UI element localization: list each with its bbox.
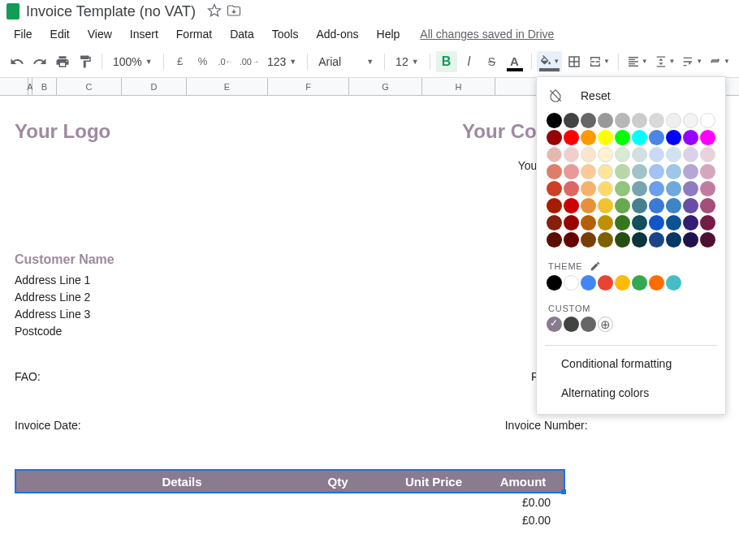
borders-button[interactable]: [564, 51, 585, 72]
menu-view[interactable]: View: [80, 24, 119, 44]
color-swatch[interactable]: [564, 164, 579, 179]
color-swatch[interactable]: [666, 215, 681, 230]
theme-color-swatch[interactable]: [666, 275, 681, 291]
theme-color-swatch[interactable]: [649, 275, 664, 291]
color-swatch[interactable]: [615, 130, 630, 145]
color-swatch[interactable]: [683, 198, 698, 213]
decrease-decimal-button[interactable]: .0←: [215, 51, 236, 72]
print-button[interactable]: [52, 51, 73, 72]
fill-color-button[interactable]: ▼: [537, 51, 562, 72]
theme-color-swatch[interactable]: [598, 275, 613, 291]
column-header-b[interactable]: B: [32, 78, 57, 95]
color-swatch[interactable]: [564, 147, 579, 162]
color-swatch[interactable]: [547, 147, 562, 162]
color-swatch[interactable]: [666, 198, 681, 213]
font-size-dropdown[interactable]: 12▼: [391, 51, 424, 72]
color-swatch[interactable]: [700, 232, 715, 248]
color-swatch[interactable]: [700, 215, 715, 230]
color-swatch[interactable]: [615, 147, 630, 162]
merge-cells-button[interactable]: ▼: [586, 51, 612, 72]
amount-cell-2[interactable]: £0.00: [15, 511, 565, 529]
theme-color-swatch[interactable]: [615, 275, 630, 291]
color-swatch[interactable]: [598, 113, 613, 128]
color-swatch[interactable]: [598, 215, 613, 230]
fao-label[interactable]: FAO:: [15, 370, 41, 383]
color-swatch[interactable]: [564, 232, 579, 248]
color-swatch[interactable]: [581, 198, 596, 213]
color-swatch[interactable]: [666, 113, 681, 128]
vertical-align-button[interactable]: ▼: [652, 51, 678, 72]
color-swatch[interactable]: [581, 181, 596, 196]
sheets-app-icon[interactable]: [6, 3, 19, 19]
bold-button[interactable]: B: [436, 51, 457, 72]
color-swatch[interactable]: [683, 147, 698, 162]
color-swatch[interactable]: [598, 147, 613, 162]
color-swatch[interactable]: [700, 130, 715, 145]
increase-decimal-button[interactable]: .00→: [238, 51, 261, 72]
color-swatch[interactable]: [564, 130, 579, 145]
color-swatch[interactable]: [581, 215, 596, 230]
color-swatch[interactable]: [683, 164, 698, 179]
italic-button[interactable]: I: [459, 51, 480, 72]
invoice-number-label[interactable]: Invoice Number:: [505, 419, 588, 432]
color-swatch[interactable]: [598, 232, 613, 248]
column-header-h[interactable]: H: [422, 78, 495, 95]
column-header-c[interactable]: C: [57, 78, 122, 95]
strikethrough-button[interactable]: S: [482, 51, 503, 72]
color-swatch[interactable]: [615, 215, 630, 230]
color-swatch[interactable]: [547, 181, 562, 196]
document-title[interactable]: Invoice Template (no VAT): [26, 3, 196, 20]
color-swatch[interactable]: [649, 113, 664, 128]
color-swatch[interactable]: [683, 215, 698, 230]
select-all-corner[interactable]: [0, 78, 28, 95]
percent-format-button[interactable]: %: [192, 51, 214, 72]
color-swatch[interactable]: [598, 130, 613, 145]
undo-button[interactable]: [6, 51, 28, 72]
color-swatch[interactable]: [700, 198, 715, 213]
color-swatch[interactable]: [615, 198, 630, 213]
color-swatch[interactable]: [632, 147, 647, 162]
move-folder-icon[interactable]: [227, 3, 241, 20]
color-swatch[interactable]: [598, 164, 613, 179]
color-swatch[interactable]: [615, 164, 630, 179]
edit-theme-icon[interactable]: [590, 261, 601, 272]
custom-color-swatch[interactable]: [547, 317, 562, 332]
column-header-d[interactable]: D: [122, 78, 187, 95]
menu-tools[interactable]: Tools: [265, 24, 306, 44]
selection-handle[interactable]: [561, 489, 566, 494]
theme-color-swatch[interactable]: [547, 275, 562, 291]
color-swatch[interactable]: [547, 113, 562, 128]
column-header-g[interactable]: G: [349, 78, 422, 95]
color-swatch[interactable]: [683, 130, 698, 145]
theme-color-swatch[interactable]: [632, 275, 647, 291]
color-swatch[interactable]: [700, 164, 715, 179]
color-swatch[interactable]: [564, 113, 579, 128]
color-swatch[interactable]: [615, 113, 630, 128]
menu-edit[interactable]: Edit: [43, 24, 77, 44]
color-swatch[interactable]: [547, 130, 562, 145]
color-swatch[interactable]: [547, 164, 562, 179]
color-swatch[interactable]: [598, 181, 613, 196]
paint-format-button[interactable]: [75, 51, 96, 72]
color-swatch[interactable]: [649, 147, 664, 162]
menu-data[interactable]: Data: [223, 24, 261, 44]
color-swatch[interactable]: [700, 147, 715, 162]
color-swatch[interactable]: [666, 130, 681, 145]
color-swatch[interactable]: [615, 181, 630, 196]
more-formats-dropdown[interactable]: 123▼: [262, 51, 301, 72]
color-swatch[interactable]: [700, 181, 715, 196]
color-swatch[interactable]: [666, 232, 681, 248]
menu-format[interactable]: Format: [169, 24, 219, 44]
custom-color-swatch[interactable]: [564, 317, 579, 332]
color-swatch[interactable]: [666, 147, 681, 162]
add-custom-color-button[interactable]: ⊕: [598, 317, 613, 332]
color-swatch[interactable]: [564, 181, 579, 196]
invoice-date-label[interactable]: Invoice Date:: [15, 419, 81, 432]
color-swatch[interactable]: [581, 130, 596, 145]
color-swatch[interactable]: [700, 113, 715, 128]
color-swatch[interactable]: [581, 164, 596, 179]
theme-color-swatch[interactable]: [564, 275, 579, 291]
theme-color-swatch[interactable]: [581, 275, 596, 291]
color-swatch[interactable]: [649, 198, 664, 213]
color-swatch[interactable]: [683, 181, 698, 196]
